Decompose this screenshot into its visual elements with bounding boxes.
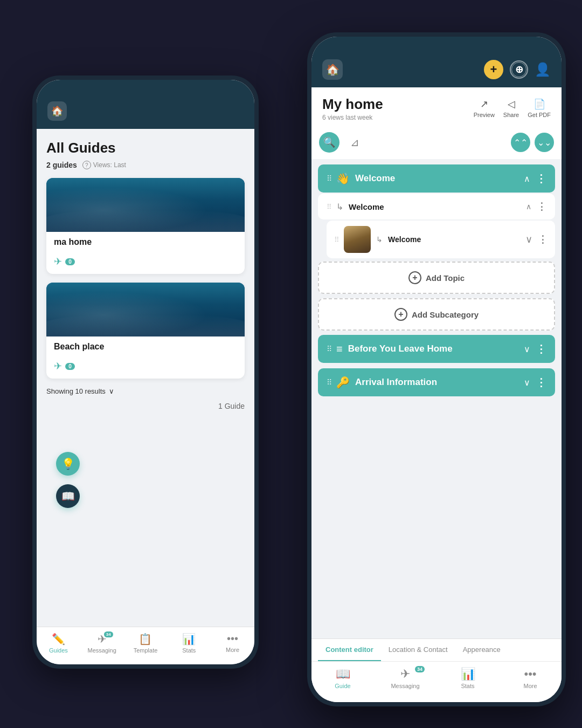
tab-content-editor[interactable]: Content editor xyxy=(318,639,381,661)
showing-row: Showing 10 results ∨ xyxy=(46,387,245,395)
arrival-category-row[interactable]: ⠿ 🔑 Arrival Information ∨ ⋮ xyxy=(318,368,555,396)
guide-header-left: My home 6 views last week xyxy=(322,96,383,121)
before-leave-icon: ≡ xyxy=(336,343,343,355)
sub-drag-welcome[interactable]: ⠿ xyxy=(327,203,331,211)
messaging-front-icon: ✈ xyxy=(400,667,410,681)
filter-icon[interactable]: ⊿ xyxy=(350,136,359,149)
stats-nav-icon: 📊 xyxy=(182,633,196,645)
back-nav-stats[interactable]: 📊 Stats xyxy=(167,633,211,654)
back-nav-guides[interactable]: ✏️ Guides xyxy=(37,633,80,654)
welcome-category-icon: 👋 xyxy=(336,172,350,185)
scroll-up-button[interactable]: ⌃⌃ xyxy=(511,133,530,152)
front-logo: 🏠 xyxy=(322,59,343,80)
pdf-icon: 📄 xyxy=(534,98,545,110)
add-subcategory-button[interactable]: + Add Subcategory xyxy=(318,298,555,331)
back-phone-header: 🏠 xyxy=(37,80,254,129)
welcome-menu-icon[interactable]: ⋮ xyxy=(536,172,546,185)
editor-tabs: Content editor Location & Contact Appere… xyxy=(311,639,562,662)
all-guides-title: All Guides xyxy=(46,140,245,156)
before-leave-title: Before You Leave Home xyxy=(348,344,518,354)
welcome-topic-row[interactable]: ⠿ ↳ Welcome ∨ ⋮ xyxy=(327,221,555,258)
arrival-title: Arrival Information xyxy=(355,377,518,388)
more-front-icon: ••• xyxy=(524,667,536,681)
add-subcategory-icon: + xyxy=(394,308,407,321)
search-left: 🔍 ⊿ xyxy=(319,132,359,153)
scene: 🏠 All Guides 2 guides ? Views: Last xyxy=(0,0,582,728)
share-button[interactable]: ◁ Share xyxy=(503,98,519,118)
welcome-chevron-icon[interactable]: ∧ xyxy=(524,174,530,184)
welcome-category: ⠿ 👋 Welcome ∧ ⋮ ⠿ ↳ Welcome ∧ ⋮ xyxy=(318,164,555,258)
front-phone-header: 🏠 + ⊕ 👤 xyxy=(311,37,562,87)
welcome-subcategory-row[interactable]: ⠿ ↳ Welcome ∧ ⋮ xyxy=(318,194,555,219)
topic-drag-handle[interactable]: ⠿ xyxy=(334,236,338,244)
back-nav-template[interactable]: 📋 Template xyxy=(124,633,168,654)
welcome-topic-title: Welcome xyxy=(388,235,520,244)
messaging-front-badge: 34 xyxy=(415,666,425,672)
guide-name-2: Beach place xyxy=(46,336,245,357)
welcome-category-title: Welcome xyxy=(355,173,518,184)
messaging-badge: 34 xyxy=(104,631,113,637)
send-badge-1: 0 xyxy=(65,258,75,265)
send-badge-2: 0 xyxy=(65,363,75,370)
fab-lightbulb[interactable]: 💡 xyxy=(56,452,80,476)
back-nav-messaging[interactable]: ✈ 34 Messaging xyxy=(80,633,124,654)
guide-item-ma-home[interactable]: ma home ✈ 0 xyxy=(46,178,245,274)
guide-img-2 xyxy=(46,283,245,336)
drag-handle-before[interactable]: ⠿ xyxy=(327,345,331,353)
preview-button[interactable]: ↗ Preview xyxy=(474,98,495,118)
topic-sub-arrow-icon: ↳ xyxy=(376,235,383,244)
drag-handle-arrival[interactable]: ⠿ xyxy=(327,378,331,387)
tab-appearance[interactable]: Appereance xyxy=(455,639,508,661)
more-nav-icon: ••• xyxy=(227,633,238,645)
back-bottom-nav: ✏️ Guides ✈ 34 Messaging 📋 Template 📊 St… xyxy=(37,627,254,664)
add-topic-icon: + xyxy=(408,271,421,284)
fab-book[interactable]: 📖 xyxy=(56,484,80,508)
header-right-actions: + ⊕ 👤 xyxy=(484,60,551,79)
back-nav-more[interactable]: ••• More xyxy=(211,633,254,654)
guide-name-1: ma home xyxy=(46,232,245,252)
sub-chevron-icon[interactable]: ∧ xyxy=(526,202,531,211)
before-leave-chevron-icon[interactable]: ∨ xyxy=(524,344,530,354)
arrival-chevron-icon[interactable]: ∨ xyxy=(524,377,530,388)
arrival-icon: 🔑 xyxy=(336,376,350,389)
guide-item-beach[interactable]: Beach place ✈ 0 xyxy=(46,283,245,379)
stats-front-icon: 📊 xyxy=(461,667,475,681)
drag-handle-welcome[interactable]: ⠿ xyxy=(327,174,331,183)
add-new-button[interactable]: + xyxy=(484,60,503,79)
template-nav-icon: 📋 xyxy=(138,633,152,645)
guide-title: My home xyxy=(322,96,383,113)
back-phone: 🏠 All Guides 2 guides ? Views: Last xyxy=(32,75,259,669)
welcome-category-row[interactable]: ⠿ 👋 Welcome ∧ ⋮ xyxy=(318,164,555,193)
search-filter-row: 🔍 ⊿ ⌃⌃ ⌄⌄ xyxy=(311,128,562,159)
get-pdf-button[interactable]: 📄 Get PDF xyxy=(528,98,551,118)
front-nav-messaging[interactable]: ✈ 34 Messaging xyxy=(374,667,436,689)
scroll-down-button[interactable]: ⌄⌄ xyxy=(535,133,554,152)
help-button[interactable]: ⊕ xyxy=(510,60,528,79)
guide-header-section: My home 6 views last week ↗ Preview ◁ Sh… xyxy=(311,87,562,128)
preview-icon: ↗ xyxy=(480,98,488,110)
guide-header-actions: ↗ Preview ◁ Share 📄 Get PDF xyxy=(474,98,551,118)
user-profile-icon[interactable]: 👤 xyxy=(535,62,551,77)
sub-arrow-icon: ↳ xyxy=(336,202,343,212)
arrival-menu-icon[interactable]: ⋮ xyxy=(536,376,546,389)
tab-location-contact[interactable]: Location & Contact xyxy=(381,639,455,661)
front-phone: 🏠 + ⊕ 👤 My home 6 views last week xyxy=(307,32,566,706)
front-nav-stats[interactable]: 📊 Stats xyxy=(436,667,499,689)
topic-menu-icon[interactable]: ⋮ xyxy=(538,233,548,245)
guide-nav-icon: 📖 xyxy=(336,667,350,681)
add-subcategory-label: Add Subcategory xyxy=(412,310,479,319)
front-nav-more[interactable]: ••• More xyxy=(499,667,562,689)
guide-send-row-1: ✈ 0 xyxy=(46,252,245,274)
before-leave-category-row[interactable]: ⠿ ≡ Before You Leave Home ∨ ⋮ xyxy=(318,335,555,363)
add-topic-button[interactable]: + Add Topic xyxy=(318,262,555,294)
views-label: ? Views: Last xyxy=(82,161,126,169)
guides-nav-icon: ✏️ xyxy=(52,633,65,645)
topics-area: ⠿ 👋 Welcome ∧ ⋮ ⠿ ↳ Welcome ∧ ⋮ xyxy=(311,159,562,638)
front-nav-guide[interactable]: 📖 Guide xyxy=(311,667,374,689)
before-leave-menu-icon[interactable]: ⋮ xyxy=(536,342,546,355)
front-bottom-tabs: Content editor Location & Contact Appere… xyxy=(311,638,562,702)
topic-chevron-icon[interactable]: ∨ xyxy=(525,233,532,245)
lifebuoy-icon: ⊕ xyxy=(511,62,526,77)
sub-menu-icon[interactable]: ⋮ xyxy=(537,201,546,212)
search-button[interactable]: 🔍 xyxy=(319,132,340,153)
